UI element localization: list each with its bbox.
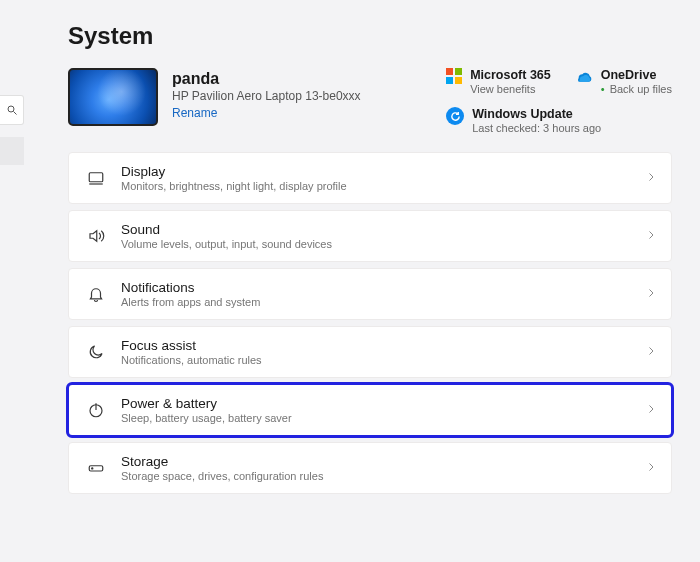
moon-icon — [83, 343, 109, 361]
device-card[interactable]: panda HP Pavilion Aero Laptop 13-be0xxx … — [68, 68, 361, 126]
row-title: Sound — [121, 222, 645, 237]
onedrive-sub: Back up files — [601, 83, 672, 95]
svg-rect-2 — [89, 173, 103, 182]
quicklink-microsoft-365[interactable]: Microsoft 365 View benefits — [446, 68, 551, 95]
quicklink-windows-update[interactable]: Windows Update Last checked: 3 hours ago — [446, 107, 672, 134]
chevron-right-icon — [645, 285, 657, 303]
row-title: Storage — [121, 454, 645, 469]
row-title: Notifications — [121, 280, 645, 295]
settings-list: Display Monitors, brightness, night ligh… — [68, 152, 672, 494]
row-display[interactable]: Display Monitors, brightness, night ligh… — [68, 152, 672, 204]
storage-icon — [83, 459, 109, 477]
row-title: Display — [121, 164, 645, 179]
row-notifications[interactable]: Notifications Alerts from apps and syste… — [68, 268, 672, 320]
svg-point-0 — [8, 106, 14, 112]
quicklink-onedrive[interactable]: OneDrive Back up files — [573, 68, 672, 95]
chevron-right-icon — [645, 227, 657, 245]
display-icon — [83, 169, 109, 187]
winupdate-title: Windows Update — [472, 107, 601, 121]
sidebar-active-indicator — [0, 137, 24, 165]
bell-icon — [83, 285, 109, 303]
microsoft-365-icon — [446, 68, 462, 84]
row-sub: Monitors, brightness, night light, displ… — [121, 180, 645, 192]
ms365-sub: View benefits — [470, 83, 551, 95]
system-settings-content: System panda HP Pavilion Aero Laptop 13-… — [0, 0, 700, 494]
row-sub: Storage space, drives, configuration rul… — [121, 470, 645, 482]
onedrive-title: OneDrive — [601, 68, 672, 82]
row-title: Power & battery — [121, 396, 645, 411]
search-button[interactable] — [0, 95, 24, 125]
search-icon — [6, 104, 18, 116]
device-model: HP Pavilion Aero Laptop 13-be0xxx — [172, 89, 361, 103]
chevron-right-icon — [645, 343, 657, 361]
row-sub: Volume levels, output, input, sound devi… — [121, 238, 645, 250]
onedrive-icon — [573, 69, 593, 82]
quicklinks: Microsoft 365 View benefits OneDrive Bac… — [446, 68, 672, 134]
header-row: panda HP Pavilion Aero Laptop 13-be0xxx … — [68, 68, 672, 134]
device-info: panda HP Pavilion Aero Laptop 13-be0xxx … — [172, 68, 361, 121]
chevron-right-icon — [645, 169, 657, 187]
row-title: Focus assist — [121, 338, 645, 353]
chevron-right-icon — [645, 401, 657, 419]
winupdate-sub: Last checked: 3 hours ago — [472, 122, 601, 134]
ms365-title: Microsoft 365 — [470, 68, 551, 82]
row-storage[interactable]: Storage Storage space, drives, configura… — [68, 442, 672, 494]
power-icon — [83, 401, 109, 419]
svg-point-7 — [92, 468, 93, 469]
device-wallpaper-thumb — [68, 68, 158, 126]
device-name: panda — [172, 70, 361, 88]
row-sub: Sleep, battery usage, battery saver — [121, 412, 645, 424]
sound-icon — [83, 227, 109, 245]
row-focus-assist[interactable]: Focus assist Notifications, automatic ru… — [68, 326, 672, 378]
windows-update-icon — [446, 107, 464, 125]
row-power-battery[interactable]: Power & battery Sleep, battery usage, ba… — [68, 384, 672, 436]
page-title: System — [68, 22, 672, 50]
row-sub: Alerts from apps and system — [121, 296, 645, 308]
chevron-right-icon — [645, 459, 657, 477]
row-sound[interactable]: Sound Volume levels, output, input, soun… — [68, 210, 672, 262]
row-sub: Notifications, automatic rules — [121, 354, 645, 366]
rename-link[interactable]: Rename — [172, 106, 217, 120]
svg-line-1 — [13, 112, 16, 115]
